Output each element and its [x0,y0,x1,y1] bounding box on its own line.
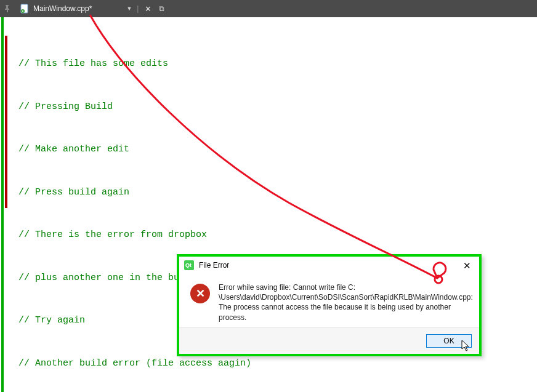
tab-close-icon[interactable]: ✕ [143,4,153,14]
pin-icon[interactable] [2,4,12,14]
cpp-file-icon [20,4,30,14]
code-line: // Make another edit [18,145,279,155]
dialog-titlebar[interactable]: File Error ✕ [179,257,479,274]
dialog-line-3: The process cannot access the file becau… [219,302,473,322]
tab-title: MainWindow.cpp* [33,4,92,13]
tab-bar: MainWindow.cpp* ▼ | ✕ ⧉ [0,0,537,17]
dialog-footer: OK [179,327,479,354]
dialog-title-text: File Error [199,261,229,270]
error-dialog: File Error ✕ ✕ Error while saving file: … [177,254,482,356]
tab-separator: | [137,4,139,13]
change-marker-red [5,36,7,208]
document-tab[interactable]: MainWindow.cpp* [16,0,95,17]
code-line: // Pressing Build [18,102,279,113]
error-icon: ✕ [190,284,210,303]
dialog-line-2: \Users\david\Dropbox\Current\SoDSI\ScanS… [219,292,473,302]
dialog-line-1: Error while saving file: Cannot write fi… [219,282,473,292]
qt-icon [184,260,194,270]
dialog-message: Error while saving file: Cannot write fi… [219,282,473,322]
code-line: // There is the error from dropbox [18,230,279,241]
tab-dropdown-icon[interactable]: ▼ [126,6,132,12]
dialog-close-icon[interactable]: ✕ [458,261,475,270]
code-line: // Another build error (file access aagi… [18,359,279,369]
dialog-body: ✕ Error while saving file: Cannot write … [179,274,479,327]
tab-overflow-icon[interactable]: ⧉ [159,4,164,13]
code-line: // This file has some edits [18,59,279,70]
mouse-cursor-icon [461,340,471,352]
code-line: // Press build again [18,188,279,198]
